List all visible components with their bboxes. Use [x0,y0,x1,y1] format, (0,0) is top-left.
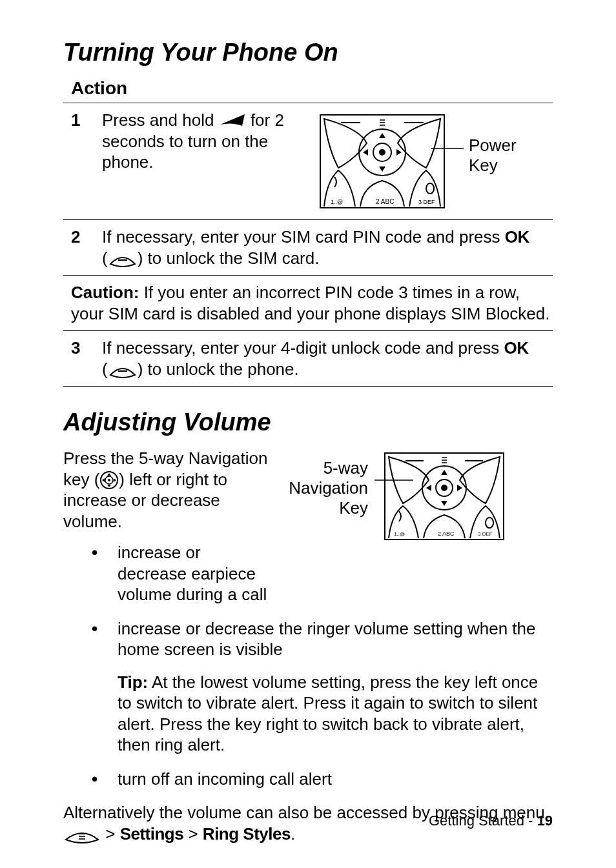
divider [63,103,553,103]
list-item: increase or decrease the ringer volume s… [83,618,553,756]
softkey-icon [108,254,138,268]
svg-point-2 [380,150,385,155]
text: . [291,824,295,843]
text: ) to unlock the SIM card. [138,248,320,268]
ok-label: OK [505,227,529,247]
nav-key-label-line3: Key [339,498,368,518]
nav-key-icon [99,470,119,490]
softkey-icon [108,365,138,379]
keypad-diagram-nav: 5-way Navigation Key [276,448,509,545]
text: > [101,824,120,843]
step-2: 2 If necessary, enter your SIM card PIN … [63,223,553,272]
menu-key-icon [63,828,101,845]
keypad-diagram-power: 2 ABC 1..@ 3 DEF Power Key [315,110,515,213]
tip-block: Tip: At the lowest volume setting, press… [118,672,553,756]
divider [63,386,553,387]
adjusting-volume-intro: Press the 5-way Navigation key () left o… [63,448,270,532]
divider [63,219,553,220]
svg-text:1..@: 1..@ [394,531,405,537]
step-2-text: If necessary, enter your SIM card PIN co… [102,227,553,268]
text: At the lowest volume setting, press the … [118,672,538,755]
step-1-text: Press and hold for 2 seconds to turn on … [102,110,289,173]
list-item: increase or decrease earpiece volume dur… [83,542,270,605]
power-wedge-icon [219,113,246,127]
text: . [545,304,549,323]
footer-page-number: 19 [537,812,553,829]
text: > [183,824,203,843]
svg-text:3 DEF: 3 DEF [478,531,493,537]
key-2-label: 2 ABC [376,198,394,205]
text: If necessary, enter your SIM card PIN co… [102,227,505,247]
tip-label: Tip: [118,672,148,692]
list-item: turn off an incoming call alert [83,769,553,790]
heading-adjusting-volume: Adjusting Volume [63,409,553,436]
ok-label: OK [504,338,528,358]
menu-path-settings: Settings [120,824,184,843]
page-footer: Getting Started - 19 [429,812,553,829]
action-label: Action [71,78,553,99]
text: If necessary, enter your 4-digit unlock … [102,338,504,358]
svg-point-14 [442,485,447,490]
step-1: 1 Press and hold for 2 seconds to turn o… [63,106,553,217]
caution-label: Caution: [71,283,139,302]
svg-text:3 DEF: 3 DEF [418,199,435,205]
text: ( [102,359,108,379]
text: increase or decrease the ringer volume s… [118,619,535,660]
divider [63,275,553,276]
svg-text:1..@: 1..@ [331,199,343,205]
volume-bullet-list: increase or decrease earpiece volume dur… [63,542,270,605]
text: Press and hold [102,110,219,130]
step-3-text: If necessary, enter your 4-digit unlock … [102,338,553,379]
text: ) to unlock the phone. [138,359,299,379]
power-key-label-line1: Power [469,136,517,155]
step-3: 3 If necessary, enter your 4-digit unloc… [63,334,553,383]
divider [63,330,553,331]
svg-text:2 ABC: 2 ABC [438,530,455,537]
step-number: 3 [63,338,102,379]
caution-block: Caution: If you enter an incorrect PIN c… [63,278,553,328]
sim-blocked-text: SIM Blocked [451,304,545,323]
svg-point-10 [108,479,110,481]
menu-path-ring-styles: Ring Styles [203,824,291,843]
step-number: 2 [63,227,102,268]
volume-bullet-list-cont: increase or decrease the ringer volume s… [63,618,553,790]
text: ( [102,248,108,268]
nav-key-label-line1: 5-way [323,458,368,478]
step-number: 1 [63,110,102,213]
footer-section: Getting Started - [429,812,537,829]
heading-turning-phone-on: Turning Your Phone On [63,39,553,66]
power-key-label-line2: Key [469,156,498,175]
nav-key-label-line2: Navigation [289,478,368,498]
